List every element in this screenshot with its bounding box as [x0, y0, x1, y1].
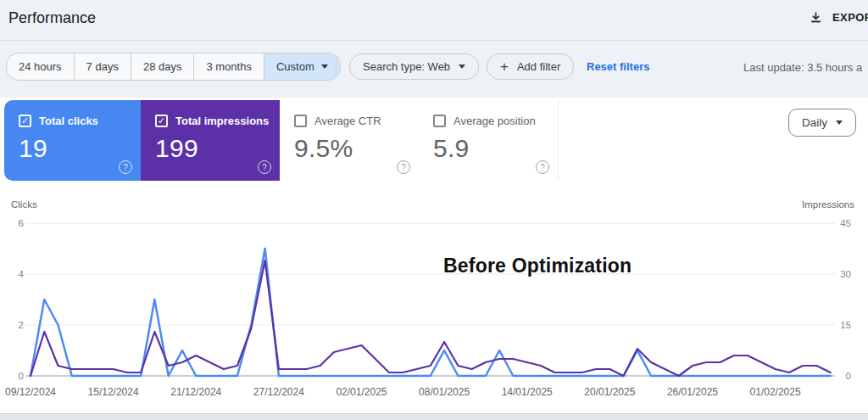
card-label: Total clicks [39, 115, 98, 127]
svg-text:01/02/2025: 01/02/2025 [750, 386, 801, 398]
tab-custom[interactable]: Custom [264, 53, 340, 80]
help-icon[interactable]: ? [397, 160, 410, 174]
search-type-label: Search type: Web [363, 60, 450, 73]
tab-24-hours[interactable]: 24 hours [7, 53, 75, 80]
average-ctr-value: 9.5% [294, 134, 353, 163]
tab-7-days[interactable]: 7 days [75, 53, 131, 80]
checkbox-unchecked-icon[interactable] [294, 115, 307, 127]
help-icon[interactable]: ? [258, 160, 271, 174]
total-impressions-card[interactable]: ✓ Total impressions 199 ? [141, 100, 280, 181]
tab-label: 24 hours [19, 60, 62, 73]
help-icon[interactable]: ? [119, 160, 132, 174]
chart-annotation: Before Optimization [443, 255, 632, 277]
average-position-card[interactable]: Average position 5.9 ? [419, 100, 559, 181]
granularity-label: Daily [802, 116, 827, 129]
granularity-dropdown[interactable]: Daily [788, 109, 856, 137]
svg-text:08/01/2025: 08/01/2025 [419, 386, 470, 398]
svg-text:26/01/2025: 26/01/2025 [667, 386, 718, 398]
card-label: Average position [453, 115, 536, 127]
svg-text:6: 6 [19, 218, 24, 228]
tab-3-months[interactable]: 3 months [194, 53, 264, 80]
card-header: Average position [433, 115, 536, 127]
header-divider [0, 40, 868, 41]
checkbox-checked-icon[interactable]: ✓ [155, 115, 168, 127]
tab-label: 7 days [86, 60, 119, 73]
help-icon[interactable]: ? [536, 160, 549, 174]
card-header: Average CTR [294, 115, 381, 127]
bottom-edge [0, 413, 868, 420]
card-label: Average CTR [314, 115, 381, 127]
chevron-down-icon [836, 120, 843, 125]
checkbox-checked-icon[interactable]: ✓ [19, 115, 31, 127]
average-ctr-card[interactable]: Average CTR 9.5% ? [280, 100, 420, 181]
search-type-dropdown[interactable]: Search type: Web [349, 53, 479, 80]
performance-chart[interactable]: 64543021500ClicksImpressions09/12/202415… [0, 193, 868, 406]
clicks-impressions-line-chart[interactable]: 64543021500ClicksImpressions09/12/202415… [0, 193, 868, 406]
svg-text:0: 0 [19, 371, 24, 381]
svg-text:27/12/2024: 27/12/2024 [253, 386, 304, 398]
svg-text:45: 45 [840, 218, 851, 228]
add-filter-label: Add filter [517, 60, 560, 73]
date-range-tabs: 24 hours 7 days 28 days 3 months Custom [6, 53, 341, 81]
search-console-performance-page: Performance EXPORT 24 hours 7 days 28 da… [0, 0, 868, 420]
export-button[interactable]: EXPORT [809, 10, 868, 25]
card-header: ✓ Total impressions [155, 115, 269, 127]
last-update-text: Last update: 3.5 hours a [743, 61, 862, 74]
total-clicks-value: 19 [19, 134, 47, 163]
card-label: Total impressions [175, 115, 269, 127]
toolbar-divider [336, 56, 337, 76]
reset-filters-link[interactable]: Reset filters [587, 60, 649, 73]
svg-text:Clicks: Clicks [11, 199, 37, 210]
svg-text:14/01/2025: 14/01/2025 [502, 386, 553, 398]
svg-text:02/01/2025: 02/01/2025 [336, 386, 387, 398]
svg-text:20/01/2025: 20/01/2025 [584, 386, 635, 398]
tab-label: Custom [276, 60, 314, 73]
svg-text:21/12/2024: 21/12/2024 [170, 386, 221, 398]
svg-text:Impressions: Impressions [802, 199, 854, 210]
card-header: ✓ Total clicks [19, 115, 98, 127]
svg-text:0: 0 [846, 371, 851, 381]
checkbox-unchecked-icon[interactable] [433, 115, 446, 127]
svg-text:30: 30 [840, 269, 851, 279]
svg-text:15: 15 [840, 320, 851, 330]
tab-label: 3 months [206, 60, 251, 73]
svg-text:09/12/2024: 09/12/2024 [5, 386, 56, 398]
total-impressions-value: 199 [155, 134, 198, 163]
average-position-value: 5.9 [433, 134, 470, 163]
export-label: EXPORT [832, 11, 868, 24]
svg-text:15/12/2024: 15/12/2024 [88, 386, 139, 398]
tab-label: 28 days [143, 60, 182, 73]
svg-text:2: 2 [19, 320, 24, 330]
download-icon [809, 10, 823, 25]
add-filter-button[interactable]: + Add filter [487, 53, 574, 80]
chevron-down-icon [459, 64, 465, 69]
tab-28-days[interactable]: 28 days [131, 53, 195, 80]
plus-icon: + [500, 59, 509, 74]
total-clicks-card[interactable]: ✓ Total clicks 19 ? [4, 100, 141, 181]
svg-text:4: 4 [19, 269, 25, 279]
chevron-down-icon [321, 64, 328, 69]
page-title: Performance [8, 9, 96, 27]
